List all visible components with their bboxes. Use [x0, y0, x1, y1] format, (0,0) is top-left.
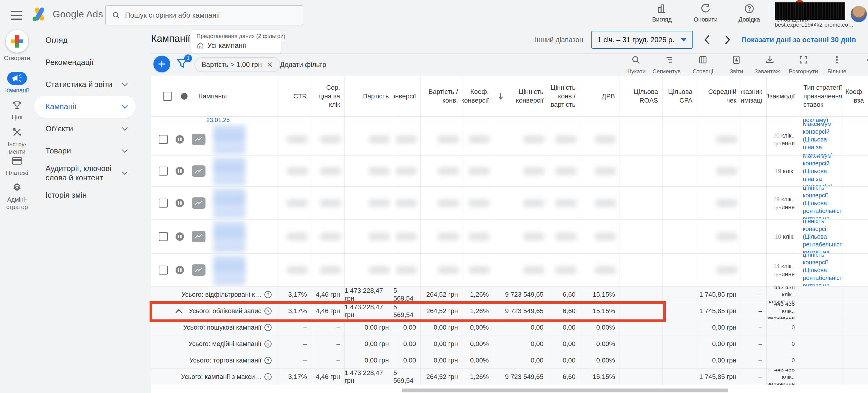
bid-strategy-link[interactable]: Максимальна цінність конверсії (Цільова … [803, 187, 843, 219]
avatar[interactable] [851, 6, 867, 22]
rail-label-campaigns: Кампанії [5, 87, 29, 94]
filter-chip[interactable]: Вартість > 1,00 грн [194, 57, 280, 72]
sidebar-rail: СтворитиКампаніїЦіліІнстру- ментиПлатежі… [0, 31, 34, 393]
sort-descending-icon[interactable] [497, 92, 504, 100]
rail-item-admin[interactable]: Адміні- стратор [0, 181, 34, 211]
expand-tool-button[interactable]: Розгорнути [787, 55, 820, 75]
collapse-toolbar-chevron[interactable] [866, 59, 868, 65]
date-range-selector[interactable]: 1 січ. – 31 груд. 2025 р. [591, 31, 693, 49]
row-checkbox[interactable] [159, 266, 168, 275]
reports-tool-button[interactable]: Звіти [720, 55, 753, 75]
column-header-9[interactable]: ДРВ [580, 76, 619, 116]
sidebar-item-products[interactable]: Товари [34, 140, 136, 162]
global-search-input[interactable]: Пошук сторінки або кампанії [105, 5, 303, 25]
next-range-button[interactable] [721, 35, 734, 45]
column-header-0[interactable]: Кампанія [151, 76, 278, 116]
filter-funnel-button[interactable]: 1 [176, 57, 191, 72]
help-button[interactable]: Довідка [733, 2, 766, 23]
totals-label: Усього: обліковий запис [189, 307, 261, 315]
insights-chart-icon[interactable] [192, 134, 206, 145]
horizontal-scrollbar-thumb[interactable] [402, 389, 728, 392]
column-header-16[interactable]: Коеф. вза [843, 76, 868, 116]
column-header-2[interactable]: Сер. ціна за клік [311, 76, 345, 116]
search-tool-button[interactable]: Шукати [619, 55, 653, 75]
add-campaign-button[interactable] [153, 56, 170, 72]
paused-status-icon[interactable] [176, 199, 184, 207]
campaign-name-redacted[interactable] [213, 124, 246, 154]
row-checkbox[interactable] [159, 232, 168, 241]
help-circle-icon[interactable]: ? [265, 373, 272, 381]
column-header-3[interactable]: Вартість [345, 76, 393, 116]
campaign-name-fragment[interactable]: 23.01.25 [206, 117, 230, 123]
close-icon[interactable] [267, 61, 273, 68]
campaign-name-redacted[interactable] [213, 157, 246, 185]
column-header-6[interactable]: Коеф. конверсії [462, 76, 493, 116]
paused-status-icon[interactable] [176, 135, 184, 144]
row-checkbox[interactable] [159, 199, 168, 208]
rail-item-create[interactable]: Створити [0, 30, 34, 62]
column-header-12[interactable]: Середній чек [697, 76, 741, 116]
rail-item-billing[interactable]: Платежі [0, 154, 34, 177]
row-checkbox[interactable] [159, 167, 168, 176]
rail-item-goals[interactable]: Цілі [0, 99, 34, 121]
segment-tool-label: Сегментув… [653, 68, 686, 75]
view-button[interactable]: Вигляд [646, 2, 678, 23]
insights-chart-icon[interactable] [192, 231, 206, 242]
help-circle-icon[interactable]: ? [265, 340, 272, 347]
campaign-name-redacted[interactable] [213, 221, 246, 252]
download-tool-button[interactable]: Завантаж… [753, 55, 787, 75]
select-all-checkbox[interactable] [163, 92, 172, 101]
column-header-5[interactable]: Вартість / конв. [421, 76, 462, 116]
campaign-name-redacted[interactable] [213, 188, 246, 218]
column-header-14[interactable]: Взаємодії [767, 76, 799, 116]
segment-tool-button[interactable]: Сегментув… [653, 55, 686, 75]
paused-status-icon[interactable] [176, 266, 184, 274]
add-filter-button[interactable]: Додати фільтр [280, 61, 326, 69]
column-header-1[interactable]: CTR [278, 76, 311, 116]
rail-item-campaigns[interactable]: Кампанії [0, 72, 34, 94]
sidebar-item-overview[interactable]: Огляд [34, 29, 136, 52]
show-last-30-days-link[interactable]: Показати дані за останні 30 днів [742, 36, 856, 44]
row-checkbox[interactable] [159, 135, 168, 144]
column-header-15[interactable]: Тип стратегії призначення ставок [799, 76, 843, 116]
totals-value: 0,00% [470, 340, 489, 348]
sidebar-item-assets[interactable]: Об’єкти [34, 118, 136, 140]
rail-item-tools[interactable]: Інстру- менти [0, 126, 34, 155]
column-header-label: Кампанія [199, 92, 227, 101]
help-circle-icon[interactable]: ? [265, 291, 272, 298]
sidebar-item-audiences-keywords-content[interactable]: Аудиторії, ключові слова й контент [34, 162, 136, 184]
totals-value: 5 569,54 [393, 369, 416, 385]
prev-range-button[interactable] [701, 35, 713, 45]
refresh-button[interactable]: Оновити [689, 2, 722, 23]
columns-tool-button[interactable]: Стовпці [686, 55, 720, 75]
campaign-name-redacted[interactable] [213, 255, 246, 285]
bid-strategy-link[interactable]: Максимальна цінність конверсії (Цільова … [803, 253, 843, 286]
help-circle-icon[interactable]: ? [265, 307, 272, 315]
sidebar-item-campaigns[interactable]: Кампанії [34, 96, 136, 118]
paused-status-icon[interactable] [176, 167, 184, 175]
collapse-chevron-icon[interactable] [175, 309, 183, 313]
help-circle-icon[interactable]: ? [265, 357, 272, 364]
column-header-8[interactable]: Цінність конв./вартість [548, 76, 580, 116]
sidebar-item-change-history[interactable]: Історія змін [34, 184, 136, 206]
column-header-13[interactable]: Показник оптимізаці [741, 76, 767, 116]
create-button[interactable] [6, 30, 28, 53]
bid-strategy-link[interactable]: Максимум конверсій (Цільова ціна за конв… [803, 123, 839, 155]
sidebar-item-recommendations[interactable]: Рекомендації [34, 52, 136, 73]
column-header-4[interactable]: Конверсії [393, 76, 421, 116]
insights-chart-icon[interactable] [192, 264, 206, 276]
insights-chart-icon[interactable] [192, 165, 206, 177]
paused-status-icon[interactable] [176, 232, 184, 241]
bid-strategy-link[interactable]: Максимальна цінність конверсії (Цільова … [803, 219, 843, 253]
column-header-7[interactable]: Цінність конверсії [493, 76, 548, 116]
data-view-selector[interactable]: Представлення даних (2 фільтри) Усі камп… [191, 30, 281, 53]
bid-strategy-link[interactable]: Максимум конверсій (Цільова ціна за конв… [803, 155, 839, 186]
more-tool-button[interactable]: Більше [820, 55, 854, 75]
help-circle-icon[interactable]: ? [265, 324, 272, 331]
column-header-11[interactable]: Цільова CPA [662, 76, 697, 116]
account-email[interactable]: best.expert.19@k2-promo.co… [775, 22, 849, 28]
insights-chart-icon[interactable] [192, 198, 206, 209]
menu-icon[interactable] [11, 11, 22, 20]
sidebar-item-insights-reports[interactable]: Статистика й звіти [34, 73, 136, 96]
column-header-10[interactable]: Цільова ROAS [619, 76, 662, 116]
